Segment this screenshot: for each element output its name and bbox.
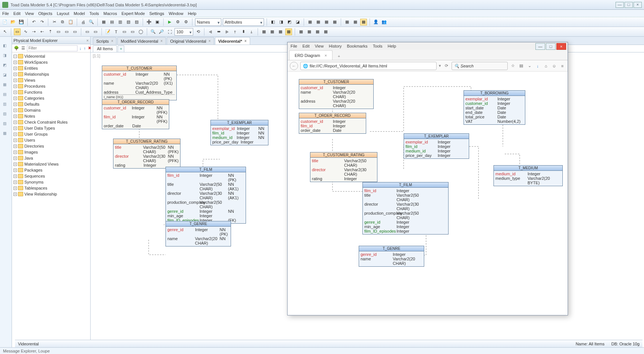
tree-node-java[interactable]: +Java [12, 155, 90, 161]
redo-icon[interactable]: ↷ [39, 19, 45, 25]
tree-node-procedures[interactable]: +Procedures [12, 83, 90, 89]
tree-node-user-data-types[interactable]: +User Data Types [12, 125, 90, 131]
gutter-icon[interactable]: ▨ [3, 121, 9, 127]
zoom-in-icon[interactable]: 🔍 [150, 28, 157, 35]
add-icon[interactable]: ➕ [146, 19, 152, 25]
align-right-icon[interactable]: ⫸ [224, 28, 230, 35]
tree-node-images[interactable]: +Images [12, 149, 90, 155]
align-left-icon[interactable]: ⫷ [207, 28, 214, 35]
tool-icon[interactable]: ∿ [22, 28, 29, 35]
attributes-combo[interactable]: Attributes [223, 18, 264, 26]
toolbar-icon[interactable]: ▥ [117, 19, 124, 25]
chat-icon[interactable]: ☺ [551, 64, 557, 68]
tab-close-icon[interactable]: × [161, 37, 163, 45]
doctab-original-videorental[interactable]: Original Videorental× [167, 37, 214, 45]
entity-tool-icon[interactable]: ▭ [14, 28, 21, 35]
toolbar-icon[interactable]: ▦ [352, 19, 359, 25]
tree-node-packages[interactable]: +Packages [12, 167, 90, 173]
entity-t_film[interactable]: T_FILMfilm_idIntegerNN (PK)titleVarchar2… [165, 167, 246, 224]
browser-menu-file[interactable]: File [291, 44, 297, 48]
list-icon[interactable]: ☰ [21, 45, 25, 52]
tree-node-synonyms[interactable]: +Synonyms [12, 179, 90, 185]
browser-canvas[interactable]: T_CUSTOMERcustomer_idIntegernameVarchar2… [288, 72, 568, 315]
display-mode-combo[interactable]: Names [195, 18, 221, 26]
user-icon[interactable]: 👤 [373, 19, 379, 25]
zoom-combo[interactable]: 100 [174, 28, 193, 36]
tree-node-workspaces[interactable]: +WorkSpaces [12, 59, 90, 65]
clipboard-icon[interactable]: ▤ [518, 63, 524, 68]
tool-icon[interactable]: ◯ [137, 28, 144, 35]
menu-file[interactable]: File [2, 10, 9, 17]
tree-node-sequences[interactable]: +Sequences [12, 173, 90, 179]
pointer-icon[interactable]: ↖ [1, 28, 8, 35]
cut-icon[interactable]: ✂ [51, 19, 58, 25]
browser-menu-bookmarks[interactable]: Bookmarks [347, 44, 368, 48]
browser-menu-view[interactable]: View [315, 44, 324, 48]
doctab-scripts[interactable]: Scripts× [93, 37, 116, 45]
align-bottom-icon[interactable]: ⫰ [248, 28, 255, 35]
download-icon[interactable]: ↓ [535, 64, 541, 68]
tree-node-user-groups[interactable]: +User Groups [12, 131, 90, 137]
browser-menu-tools[interactable]: Tools [373, 44, 383, 48]
toolbar-icon[interactable]: ▦ [307, 19, 313, 25]
zoom-fit-icon[interactable]: ⛶ [166, 28, 173, 35]
tree-node-directories[interactable]: +Directories [12, 143, 90, 149]
menu-window[interactable]: Window [169, 10, 183, 17]
gutter-icon[interactable]: ◧ [3, 43, 9, 49]
tree-node-materialized-views[interactable]: +Materialized Views [12, 161, 90, 167]
doctab-modified-videorental[interactable]: Modified Videorental× [117, 37, 166, 45]
gutter-icon[interactable]: ▧ [3, 112, 9, 118]
tab-close-icon[interactable]: × [325, 51, 327, 60]
save-icon[interactable]: 💾 [18, 19, 25, 25]
menu-model[interactable]: Model [74, 10, 85, 17]
menu-expert-mode[interactable]: Expert Mode [121, 10, 145, 17]
tool-icon[interactable]: ▦ [314, 28, 321, 35]
browser-close-button[interactable]: × [556, 43, 566, 50]
up-icon[interactable]: ↑ [83, 45, 86, 52]
paste-icon[interactable]: 📋 [67, 19, 74, 25]
menu-edit[interactable]: Edit [13, 10, 21, 17]
align-middle-icon[interactable]: ⬍ [240, 28, 247, 35]
tool-icon[interactable]: ▭ [121, 28, 128, 35]
tab-close-icon[interactable]: × [244, 37, 247, 45]
browser-maximize-button[interactable]: □ [546, 43, 556, 50]
tool-icon[interactable]: ▦ [306, 28, 313, 35]
tree-node-videorental[interactable]: −Videorental [12, 53, 90, 59]
toolbar-icon[interactable]: ⚙ [174, 19, 181, 25]
tree-node-notes[interactable]: +Notes [12, 113, 90, 119]
tree-node-views[interactable]: +Views [12, 77, 90, 83]
tool-icon[interactable]: ▭ [72, 28, 78, 35]
workspace-tab-add[interactable]: + [118, 45, 124, 52]
menu-settings[interactable]: Settings [149, 10, 164, 17]
gutter-icon[interactable]: ▥ [3, 102, 9, 108]
tool-icon[interactable]: ▦ [269, 28, 276, 35]
explorer-close-icon[interactable]: × [86, 37, 89, 44]
tool-icon[interactable]: ▭ [84, 28, 91, 35]
workspace-tab-allitems[interactable]: All Items [93, 45, 117, 52]
tool-icon[interactable]: ▭ [92, 28, 99, 35]
back-icon[interactable]: ← [290, 62, 298, 70]
tab-close-icon[interactable]: × [209, 37, 211, 45]
toolbar-icon[interactable]: ▦ [331, 19, 338, 25]
toolbar-icon[interactable]: ▨ [133, 19, 140, 25]
gutter-icon[interactable]: ▩ [3, 131, 9, 137]
preview-icon[interactable]: 🔍 [88, 19, 95, 25]
browser-tab-erd[interactable]: ERD Diagram × [289, 50, 332, 60]
browser-menu-edit[interactable]: Edit [303, 44, 310, 48]
entity-t_borrowing[interactable]: T_BORROWINGexemplar_idIntegercustomer_id… [464, 90, 525, 125]
url-field[interactable]: 🌐 file:///C:/Report_Videorental_All Item… [300, 62, 437, 70]
tool-icon[interactable]: ⇡ [47, 28, 54, 35]
align-top-icon[interactable]: ⫯ [232, 28, 239, 35]
home-icon[interactable]: ⌂ [543, 64, 549, 68]
toolbar-icon[interactable]: ▣ [154, 19, 161, 25]
toolbar-icon[interactable]: ◧ [270, 19, 276, 25]
tool-icon[interactable]: ▦ [322, 28, 329, 35]
tree-node-users[interactable]: +Users [12, 137, 90, 143]
entity-t_exemplar[interactable]: T_EXEMPLARexemplar_idIntegerNNfilm_idInt… [210, 120, 268, 145]
entity-t_medium[interactable]: T_MEDIUMmedium_idIntegermedium_typeVarch… [493, 165, 563, 186]
entity-t_genre[interactable]: T_GENREgenre_idIntegernameVarchar2(20 CH… [359, 246, 424, 267]
text-tool-icon[interactable]: T [113, 28, 119, 35]
toolbar-icon[interactable]: ▦ [100, 19, 107, 25]
tool-icon[interactable]: ▭ [55, 28, 62, 35]
undo-icon[interactable]: ↶ [30, 19, 37, 25]
